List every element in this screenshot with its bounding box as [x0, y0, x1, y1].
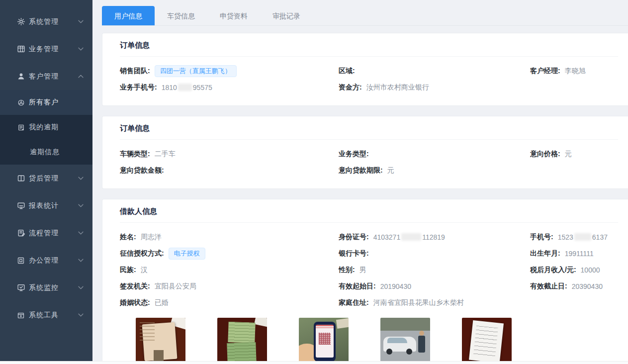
info-field: 业务类型:: [339, 146, 530, 162]
sidebar-item-label: 流程管理: [29, 229, 59, 238]
info-field: 资金方:汝州市农村商业银行: [339, 79, 530, 95]
clipboard-icon: [16, 229, 25, 238]
redacted-blur: [178, 84, 192, 91]
field-label: 民族:: [120, 266, 136, 274]
field-value: 河南省宜阳县花果山乡木柴村: [373, 298, 464, 307]
chevron-down-icon: [78, 204, 84, 207]
sidebar-item-system-monitor[interactable]: 系统监控: [0, 274, 92, 301]
car-person-photo[interactable]: [380, 318, 430, 361]
sidebar-item-label: 客户管理: [29, 72, 59, 81]
sidebar-item-system-mgmt[interactable]: 系统管理: [0, 8, 92, 35]
field-value: 汝州市农村商业银行: [366, 83, 429, 92]
chevron-down-icon: [78, 259, 84, 262]
phone-qr-photo[interactable]: [299, 318, 349, 361]
green-booklet-photo[interactable]: [217, 318, 267, 361]
book-icon: [16, 174, 25, 183]
photo-art-detail: [227, 342, 256, 361]
photo-art-detail: [228, 322, 255, 343]
field-label: 意向贷款金额:: [120, 166, 164, 175]
paper-doc-photo[interactable]: [462, 318, 512, 361]
tab-car-loan-info[interactable]: 车贷信息: [155, 6, 207, 25]
field-grid: 销售团队:四团一营（直属王鹏飞）区域:客户经理:李晓旭业务手机号:1810955…: [120, 63, 618, 95]
chevron-down-icon: [78, 177, 84, 180]
wheel-icon: [16, 98, 25, 107]
sidebar-item-label: 贷后管理: [29, 174, 59, 183]
info-field: 税后月收入/元:10000: [530, 262, 618, 278]
sidebar-item-process-mgmt[interactable]: 流程管理: [0, 219, 92, 247]
photo-thumbnail[interactable]: 驾驶证照片: [217, 318, 267, 361]
photo-art-detail: [419, 331, 424, 336]
info-field: 有效截止日:20390430: [530, 278, 618, 294]
chevron-down-icon: [78, 47, 84, 51]
detail-cards: 订单信息销售团队:四团一营（直属王鹏飞）区域:客户经理:李晓旭业务手机号:181…: [92, 33, 628, 361]
submenu-customer-mgmt: 所有客户我的逾期逾期信息: [0, 90, 92, 165]
sidebar-item-overdue-info[interactable]: 逾期信息: [0, 140, 92, 165]
info-field: 客户经理:李晓旭: [530, 63, 618, 79]
value-prefix: 1810: [162, 84, 177, 91]
card-title: 订单信息: [120, 124, 618, 140]
field-value: 181095575: [162, 84, 212, 91]
field-label: 性别:: [339, 266, 355, 274]
box-plus-icon: [16, 311, 25, 320]
card-order-info-2: 订单信息车辆类型:二手车业务类型:意向价格:元意向贷款金额:意向贷款期限:元: [102, 116, 628, 189]
sidebar-item-office-mgmt[interactable]: 办公管理: [0, 247, 92, 274]
field-label: 银行卡号:: [339, 249, 369, 258]
grid-icon: [16, 45, 25, 54]
tab-loan-application-docs[interactable]: 申贷资料: [207, 6, 260, 25]
field-label: 业务手机号:: [120, 83, 157, 92]
sidebar-item-my-overdue[interactable]: 我的逾期: [0, 115, 92, 140]
field-grid: 车辆类型:二手车业务类型:意向价格:元意向贷款金额:意向贷款期限:元: [120, 146, 618, 179]
card-order-info-1: 订单信息销售团队:四团一营（直属王鹏飞）区域:客户经理:李晓旭业务手机号:181…: [102, 33, 628, 106]
info-field: 意向贷款期限:元: [339, 162, 530, 179]
main-content: 用户信息车贷信息申贷资料审批记录 订单信息销售团队:四团一营（直属王鹏飞）区域:…: [92, 0, 628, 361]
tab-user-info[interactable]: 用户信息: [102, 6, 155, 25]
value-tag[interactable]: 四团一营（直属王鹏飞）: [155, 65, 237, 77]
value-prefix: 4103271: [373, 233, 401, 241]
info-field: 有效起始日:20190430: [339, 278, 530, 294]
info-field: 性别:男: [339, 262, 530, 278]
field-label: 家庭住址:: [339, 298, 369, 307]
chevron-down-icon: [78, 286, 84, 289]
field-label: 资金方:: [339, 83, 362, 92]
photo-art-detail: [473, 326, 498, 357]
photo-thumbnail[interactable]: 人车照: [380, 318, 430, 361]
card-title: 订单信息: [120, 41, 618, 57]
field-label: 婚姻状态:: [120, 298, 150, 307]
sidebar-item-post-loan-mgmt[interactable]: 贷后管理: [0, 165, 92, 192]
field-label: 身份证号:: [339, 233, 369, 242]
field-label: 签发机关:: [120, 282, 150, 291]
field-label: 税后月收入/元:: [530, 266, 576, 274]
notebook-icon: [16, 123, 25, 132]
photo-art-detail: [386, 349, 392, 355]
sidebar-item-report-stats[interactable]: 报表统计: [0, 192, 92, 219]
id-card-photo[interactable]: [136, 318, 185, 361]
sidebar-item-label: 所有客户: [29, 98, 59, 107]
photo-art-detail: [154, 350, 164, 361]
photo-thumbnail[interactable]: 身份证: [136, 318, 185, 361]
sidebar-item-all-customers[interactable]: 所有客户: [0, 90, 92, 115]
photo-art-detail: [254, 318, 267, 327]
sidebar-item-label: 业务管理: [29, 45, 59, 54]
tab-approval-records[interactable]: 审批记录: [260, 6, 313, 25]
field-label: 出生年月:: [530, 249, 560, 258]
sidebar-item-system-tools[interactable]: 系统工具: [0, 301, 92, 329]
field-label: 姓名:: [120, 233, 136, 242]
sidebar-item-customer-mgmt[interactable]: 客户管理: [0, 63, 92, 90]
field-value: 元: [387, 166, 394, 175]
tab-bar: 用户信息车贷信息申贷资料审批记录: [102, 6, 628, 26]
photo-thumbnail[interactable]: 征信授权书: [299, 318, 349, 361]
horizontal-scrollbar[interactable]: [0, 361, 628, 364]
info-field: 民族:汉: [120, 262, 339, 278]
field-value: 20190430: [380, 282, 411, 290]
photo-thumbnail[interactable]: 其他材料: [462, 318, 512, 361]
info-field: [530, 162, 618, 179]
photo-art-detail: [418, 336, 425, 353]
sidebar-item-label: 系统工具: [29, 311, 59, 320]
info-field: 手机号:15236137: [530, 229, 618, 245]
field-value: 汉: [141, 266, 148, 274]
info-field: 区域:: [339, 63, 530, 79]
field-value: 19911111: [565, 250, 594, 258]
info-field: 销售团队:四团一营（直属王鹏飞）: [120, 63, 339, 79]
sidebar-item-business-mgmt[interactable]: 业务管理: [0, 35, 92, 63]
value-tag[interactable]: 电子授权: [169, 248, 205, 260]
